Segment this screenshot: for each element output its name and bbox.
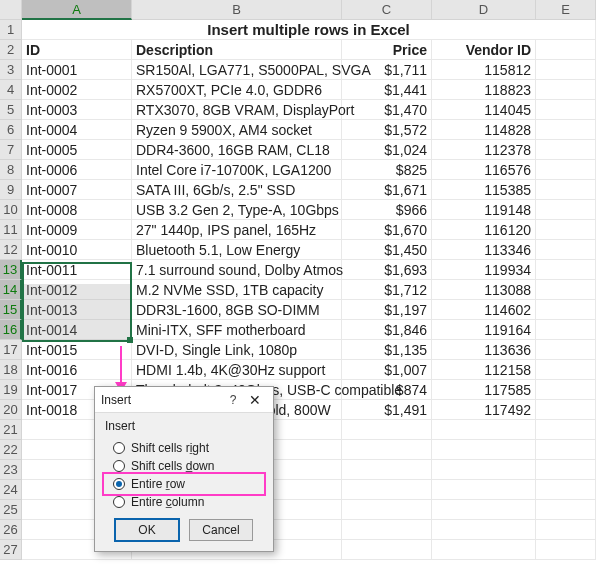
cell-desc[interactable]: 27" 1440p, IPS panel, 165Hz xyxy=(132,220,342,240)
cell-desc[interactable]: HDMI 1.4b, 4K@30Hz support xyxy=(132,360,342,380)
row-header[interactable]: 12 xyxy=(0,240,22,260)
cell-desc[interactable]: USB 3.2 Gen 2, Type-A, 10Gbps xyxy=(132,200,342,220)
cell-price[interactable]: $1,450 xyxy=(342,240,432,260)
cell-vendor[interactable]: 113346 xyxy=(432,240,536,260)
cell-id[interactable]: Int-0005 xyxy=(22,140,132,160)
cell-vendor[interactable]: 117585 xyxy=(432,380,536,400)
row-header[interactable]: 9 xyxy=(0,180,22,200)
select-all-corner[interactable] xyxy=(0,0,22,20)
cell-desc[interactable]: SR150Al, LGA771, S5000PAL, SVGA xyxy=(132,60,342,80)
cell-vendor[interactable] xyxy=(432,420,536,440)
cell-price[interactable]: $966 xyxy=(342,200,432,220)
cell-vendor[interactable]: 112158 xyxy=(432,360,536,380)
cell-vendor[interactable]: 113636 xyxy=(432,340,536,360)
th-desc[interactable]: Description xyxy=(132,40,342,60)
cell-desc[interactable]: SATA III, 6Gb/s, 2.5" SSD xyxy=(132,180,342,200)
cell-desc[interactable]: DDR3L-1600, 8GB SO-DIMM xyxy=(132,300,342,320)
row-header[interactable]: 19 xyxy=(0,380,22,400)
row-header[interactable]: 26 xyxy=(0,520,22,540)
row-header[interactable]: 23 xyxy=(0,460,22,480)
cell-desc[interactable]: Bluetooth 5.1, Low Energy xyxy=(132,240,342,260)
cancel-button[interactable]: Cancel xyxy=(189,519,253,541)
cell-id[interactable]: Int-0004 xyxy=(22,120,132,140)
cell-desc[interactable]: Intel Core i7-10700K, LGA1200 xyxy=(132,160,342,180)
row-header[interactable]: 8 xyxy=(0,160,22,180)
radio-entire-row[interactable]: Entire row xyxy=(105,475,263,493)
row-header[interactable]: 2 xyxy=(0,40,22,60)
cell-empty[interactable] xyxy=(536,40,596,60)
cell-empty[interactable] xyxy=(536,440,596,460)
cell-price[interactable]: $1,470 xyxy=(342,100,432,120)
cell-vendor[interactable]: 113088 xyxy=(432,280,536,300)
cell-empty[interactable] xyxy=(536,360,596,380)
cell-price[interactable]: $1,693 xyxy=(342,260,432,280)
row-header[interactable]: 21 xyxy=(0,420,22,440)
cell-desc[interactable]: RTX3070, 8GB VRAM, DisplayPort xyxy=(132,100,342,120)
th-id[interactable]: ID xyxy=(22,40,132,60)
cell-empty[interactable] xyxy=(536,200,596,220)
cell-vendor[interactable] xyxy=(432,440,536,460)
cell-id[interactable]: Int-0011 xyxy=(22,260,132,280)
cell-empty[interactable] xyxy=(536,400,596,420)
cell-price[interactable]: $1,441 xyxy=(342,80,432,100)
cell-empty[interactable] xyxy=(536,160,596,180)
cell-vendor[interactable] xyxy=(432,520,536,540)
cell-empty[interactable] xyxy=(536,100,596,120)
row-header[interactable]: 27 xyxy=(0,540,22,560)
row-header[interactable]: 22 xyxy=(0,440,22,460)
cell-empty[interactable] xyxy=(536,300,596,320)
cell-vendor[interactable] xyxy=(432,540,536,560)
cell-desc[interactable]: Ryzen 9 5900X, AM4 socket xyxy=(132,120,342,140)
cell-price[interactable]: $1,491 xyxy=(342,400,432,420)
cell-desc[interactable]: 7.1 surround sound, Dolby Atmos xyxy=(132,260,342,280)
cell-id[interactable]: Int-0015 xyxy=(22,340,132,360)
cell-empty[interactable] xyxy=(536,120,596,140)
cell-price[interactable]: $825 xyxy=(342,160,432,180)
cell-empty[interactable] xyxy=(536,420,596,440)
row-header[interactable]: 16 xyxy=(0,320,22,340)
row-header[interactable]: 5 xyxy=(0,100,22,120)
cell-vendor[interactable]: 112378 xyxy=(432,140,536,160)
cell-price[interactable]: $1,712 xyxy=(342,280,432,300)
row-header[interactable]: 18 xyxy=(0,360,22,380)
cell-price[interactable]: $1,846 xyxy=(342,320,432,340)
cell-vendor[interactable]: 117492 xyxy=(432,400,536,420)
cell-id[interactable]: Int-0007 xyxy=(22,180,132,200)
cell-id[interactable]: Int-0001 xyxy=(22,60,132,80)
close-icon[interactable]: ✕ xyxy=(243,392,267,408)
cell-vendor[interactable]: 118823 xyxy=(432,80,536,100)
cell-empty[interactable] xyxy=(536,60,596,80)
row-header[interactable]: 7 xyxy=(0,140,22,160)
row-header[interactable]: 25 xyxy=(0,500,22,520)
radio-shift-down[interactable]: Shift cells down xyxy=(105,457,263,475)
cell-price[interactable] xyxy=(342,460,432,480)
row-header[interactable]: 11 xyxy=(0,220,22,240)
cell-vendor[interactable]: 119164 xyxy=(432,320,536,340)
cell-id[interactable]: Int-0002 xyxy=(22,80,132,100)
cell-id[interactable]: Int-0014 xyxy=(22,320,132,340)
row-header[interactable]: 15 xyxy=(0,300,22,320)
cell-id[interactable]: Int-0010 xyxy=(22,240,132,260)
cell-id[interactable]: Int-0008 xyxy=(22,200,132,220)
col-header-A[interactable]: A xyxy=(22,0,132,20)
cell-id[interactable]: Int-0013 xyxy=(22,300,132,320)
row-header[interactable]: 20 xyxy=(0,400,22,420)
row-header[interactable]: 4 xyxy=(0,80,22,100)
cell-price[interactable] xyxy=(342,540,432,560)
cell-price[interactable]: $1,671 xyxy=(342,180,432,200)
col-header-E[interactable]: E xyxy=(536,0,596,20)
cell-price[interactable] xyxy=(342,500,432,520)
cell-empty[interactable] xyxy=(536,480,596,500)
cell-id[interactable]: Int-0012 xyxy=(22,280,132,300)
cell-price[interactable] xyxy=(342,440,432,460)
cell-vendor[interactable]: 119934 xyxy=(432,260,536,280)
help-icon[interactable]: ? xyxy=(223,393,243,407)
cell-vendor[interactable] xyxy=(432,500,536,520)
cell-empty[interactable] xyxy=(536,320,596,340)
cell-desc[interactable]: DVI-D, Single Link, 1080p xyxy=(132,340,342,360)
cell-price[interactable]: $1,024 xyxy=(342,140,432,160)
cell-empty[interactable] xyxy=(536,500,596,520)
cell-id[interactable]: Int-0006 xyxy=(22,160,132,180)
cell-vendor[interactable]: 116576 xyxy=(432,160,536,180)
cell-vendor[interactable]: 114045 xyxy=(432,100,536,120)
